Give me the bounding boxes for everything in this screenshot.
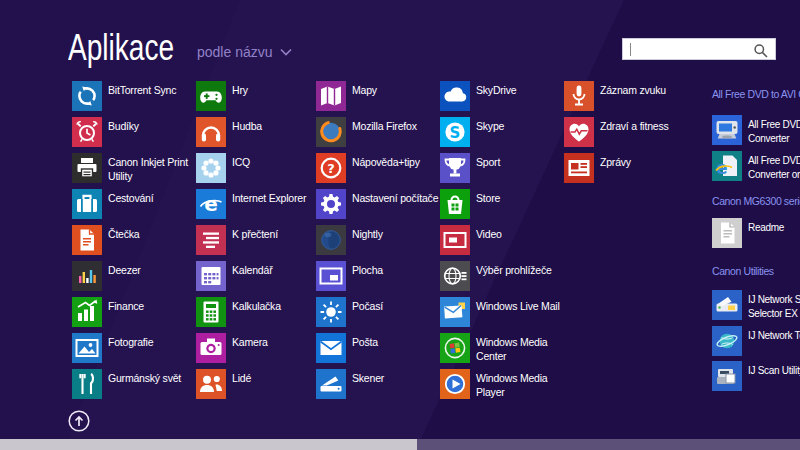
video-screen-icon [440, 225, 470, 255]
app-label: Nastavení počítače [352, 192, 438, 206]
app-tile-hudba[interactable]: Hudba [196, 117, 320, 147]
cloud-icon [440, 81, 470, 111]
tile-background [440, 297, 470, 327]
tile-background [316, 297, 346, 327]
canon-scan-icon [712, 290, 742, 320]
scroll-up-button[interactable] [64, 406, 94, 436]
alarm-icon [72, 117, 102, 147]
app-tile-internet-explorer[interactable]: eInternet Explorer [196, 189, 320, 219]
app-tile-nastaven-po-ta-e[interactable]: Nastavení počítače [316, 189, 440, 219]
app-tile-ij-network-tool[interactable]: IJ Network Tool [712, 326, 800, 356]
scrollbar-thumb[interactable] [0, 439, 417, 450]
app-tile-all-free-dvd-to[interactable]: All Free DVD to Converter [712, 115, 800, 145]
scanner-icon [316, 369, 346, 399]
ie-icon: e [196, 189, 226, 219]
app-tile-zpr-vy[interactable]: Zprávy [564, 153, 688, 183]
app-tile-zdrav-a-fitness[interactable]: Zdraví a fitness [564, 117, 688, 147]
store-bag-icon [440, 189, 470, 219]
app-tile-plocha[interactable]: Plocha [316, 261, 440, 291]
app-label: Store [476, 192, 500, 206]
app-tile-deezer[interactable]: Deezer [72, 261, 196, 291]
app-tile-po-ta[interactable]: Pošta [316, 333, 440, 363]
app-tile-te-ka[interactable]: Čtečka [72, 225, 196, 255]
tile-background [440, 261, 470, 291]
app-tile-skener[interactable]: Skener [316, 369, 440, 399]
skype-icon: S [440, 117, 470, 147]
app-tile-all-free-dvd-to[interactable]: eAll Free DVD to Converter on th [712, 151, 800, 181]
app-tile-kamera[interactable]: Kamera [196, 333, 320, 363]
app-tile-k-p-e-ten[interactable]: K přečtení [196, 225, 320, 255]
tile-background [72, 297, 102, 327]
app-label: Windows Media Center [476, 336, 548, 363]
app-label: Windows Media Player [476, 372, 548, 399]
app-tile-video[interactable]: Video [440, 225, 564, 255]
horizontal-scrollbar[interactable] [0, 439, 800, 450]
app-tile-lid[interactable]: Lidé [196, 369, 320, 399]
app-label: Lidé [232, 372, 251, 386]
app-tile-sport[interactable]: Sport [440, 153, 564, 183]
sort-by-control[interactable]: podle názvu [197, 44, 292, 60]
app-tile-store[interactable]: Store [440, 189, 564, 219]
app-label: Kalkulačka [232, 300, 281, 314]
app-label: Mozilla Firefox [352, 120, 417, 134]
tile-background [196, 117, 226, 147]
photo-icon [72, 333, 102, 363]
tile-background [72, 81, 102, 111]
app-tile-po-as[interactable]: Počasí [316, 297, 440, 327]
app-tile-windows-media[interactable]: Windows Media Player [440, 369, 564, 399]
app-tile-finance[interactable]: Finance [72, 297, 196, 327]
app-label: Kalendář [232, 264, 272, 278]
app-tile-windows-live-mail[interactable]: Windows Live Mail [440, 297, 564, 327]
news-icon [564, 153, 594, 183]
group-header[interactable]: All Free DVD to AVI Co [712, 88, 800, 100]
search-box[interactable] [622, 38, 776, 60]
app-label: Sport [476, 156, 500, 170]
svg-text:e: e [204, 192, 218, 216]
app-tile-skydrive[interactable]: SkyDrive [440, 81, 564, 111]
app-tile-icq[interactable]: ICQ [196, 153, 320, 183]
people-icon [196, 369, 226, 399]
tile-background [440, 333, 470, 363]
app-tile-windows-media[interactable]: Windows Media Center [440, 333, 564, 363]
app-label: Finance [108, 300, 144, 314]
app-tile-ij-network-scan[interactable]: IJ Network Scan Selector EX [712, 290, 800, 320]
app-tile-readme[interactable]: Readme [712, 218, 800, 248]
tile-background [72, 189, 102, 219]
app-tile-canon-inkjet-print[interactable]: Canon Inkjet Print Utility [72, 153, 196, 183]
gamepad-icon [196, 81, 226, 111]
printer-icon [72, 153, 102, 183]
app-tile-mozilla-firefox[interactable]: Mozilla Firefox [316, 117, 440, 147]
app-label: Mapy [352, 84, 377, 98]
tile-background [564, 117, 594, 147]
app-tile-n-pov-da-tipy[interactable]: ?Nápověda+tipy [316, 153, 440, 183]
group-header[interactable]: Canon Utilities [712, 265, 774, 277]
app-label: Nightly [352, 228, 383, 242]
app-tile-skype[interactable]: SSkype [440, 117, 564, 147]
app-tile-kalend[interactable]: Kalendář [196, 261, 320, 291]
envelope-icon [316, 333, 346, 363]
group-header[interactable]: Canon MG6300 series [712, 195, 800, 207]
app-label: All Free DVD to Converter on th [748, 154, 800, 181]
trophy-icon [440, 153, 470, 183]
app-tile-hry[interactable]: Hry [196, 81, 320, 111]
app-tile-cestov-n[interactable]: Cestování [72, 189, 196, 219]
app-tile-fotografie[interactable]: Fotografie [72, 333, 196, 363]
app-label: Záznam zvuku [600, 84, 666, 98]
app-tile-z-znam-zvuku[interactable]: Záznam zvuku [564, 81, 688, 111]
app-tile-ij-scan-utility[interactable]: IJ Scan Utility [712, 361, 800, 391]
app-tile-mapy[interactable]: Mapy [316, 81, 440, 111]
app-tile-gurm-nsk-sv-t[interactable]: Gurmánský svět [72, 369, 196, 399]
app-tile-nightly[interactable]: Nightly [316, 225, 440, 255]
equalizer-icon [72, 261, 102, 291]
app-tile-bittorrent-sync[interactable]: BitTorrent Sync [72, 81, 196, 111]
app-label: Hudba [232, 120, 262, 134]
app-label: Zdraví a fitness [600, 120, 669, 134]
tile-background [316, 81, 346, 111]
tile-background [196, 369, 226, 399]
app-label: Skener [352, 372, 384, 386]
app-label: Budíky [108, 120, 139, 134]
app-tile-v-b-r-prohl-e-e[interactable]: Výběr prohlížeče [440, 261, 564, 291]
app-tile-bud-ky[interactable]: Budíky [72, 117, 196, 147]
app-tile-kalkula-ka[interactable]: Kalkulačka [196, 297, 320, 327]
app-label: Readme [748, 221, 784, 235]
